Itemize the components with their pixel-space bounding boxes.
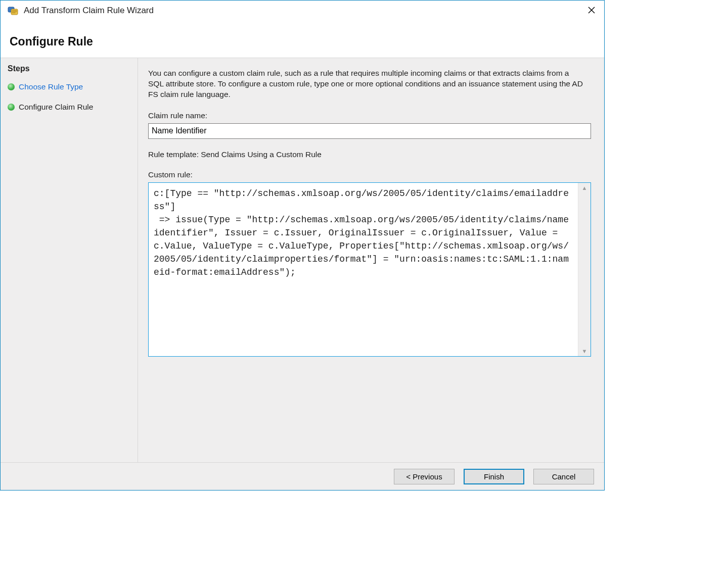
finish-button[interactable]: Finish	[464, 469, 524, 484]
rule-template-label: Rule template: Send Claims Using a Custo…	[148, 150, 592, 159]
main-panel: You can configure a custom claim rule, s…	[138, 58, 604, 462]
step-label: Configure Claim Rule	[19, 103, 93, 112]
title-bar-left: Add Transform Claim Rule Wizard	[8, 5, 154, 16]
claim-rule-name-label: Claim rule name:	[148, 111, 592, 120]
svg-rect-2	[12, 10, 17, 11]
custom-rule-textarea[interactable]: c:[Type == "http://schemas.xmlsoap.org/w…	[149, 183, 578, 356]
steps-title: Steps	[8, 64, 133, 73]
wizard-icon	[8, 5, 19, 16]
custom-rule-label: Custom rule:	[148, 170, 592, 179]
cancel-button[interactable]: Cancel	[533, 469, 594, 484]
page-title: Configure Rule	[1, 21, 604, 58]
close-button[interactable]	[585, 5, 598, 17]
title-bar: Add Transform Claim Rule Wizard	[1, 1, 604, 21]
custom-rule-box: c:[Type == "http://schemas.xmlsoap.org/w…	[148, 182, 591, 357]
window-title: Add Transform Claim Rule Wizard	[24, 6, 154, 16]
scroll-up-icon[interactable]: ▲	[582, 185, 587, 191]
intro-text: You can configure a custom claim rule, s…	[148, 68, 583, 100]
svg-rect-4	[12, 13, 16, 13]
claim-rule-name-input[interactable]	[148, 123, 591, 139]
step-choose-rule-type[interactable]: Choose Rule Type	[5, 79, 133, 94]
previous-button[interactable]: < Previous	[394, 469, 455, 484]
step-label: Choose Rule Type	[19, 82, 83, 91]
svg-rect-3	[12, 11, 17, 12]
scroll-down-icon[interactable]: ▼	[582, 348, 587, 354]
scrollbar[interactable]: ▲ ▼	[578, 183, 591, 356]
wizard-body: Steps Choose Rule Type Configure Claim R…	[1, 58, 604, 463]
footer-bar: < Previous Finish Cancel	[1, 463, 604, 490]
close-icon	[588, 7, 595, 14]
bullet-icon	[8, 83, 15, 90]
step-configure-claim-rule[interactable]: Configure Claim Rule	[5, 100, 133, 115]
bullet-icon	[8, 104, 15, 111]
wizard-window: Add Transform Claim Rule Wizard Configur…	[0, 0, 605, 491]
steps-sidebar: Steps Choose Rule Type Configure Claim R…	[1, 58, 138, 462]
